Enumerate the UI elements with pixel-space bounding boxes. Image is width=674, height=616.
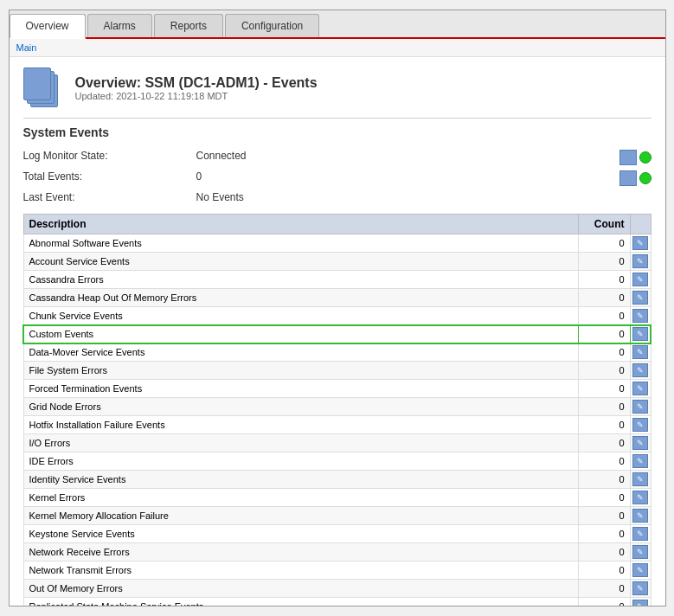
tab-reports[interactable]: Reports [154,14,223,37]
page-layer-3 [23,67,51,100]
edit-icon[interactable]: ✎ [632,273,648,286]
breadcrumb-link[interactable]: Main [16,42,37,53]
event-count: 0 [578,489,630,507]
total-events-icons [619,169,652,188]
edit-icon[interactable]: ✎ [632,472,648,486]
event-count: 0 [578,307,630,325]
edit-icon[interactable]: ✎ [632,581,648,595]
event-count: 0 [578,471,630,489]
table-row: Cassandra Errors0✎ [23,271,651,289]
edit-icon[interactable]: ✎ [632,527,648,541]
edit-cell: ✎ [630,307,651,325]
event-description: Hotfix Installation Failure Events [23,416,578,434]
event-count: 0 [578,416,630,434]
edit-icon[interactable]: ✎ [632,491,648,504]
total-events-label: Total Events: [23,169,196,188]
events-table: Description Count Abnormal Software Even… [23,214,652,606]
table-row: Network Transmit Errors0✎ [23,561,651,580]
tab-alarms[interactable]: Alarms [87,14,152,37]
table-row: Identity Service Events0✎ [23,471,651,489]
edit-cell: ✎ [630,471,651,489]
event-count: 0 [578,234,630,253]
edit-cell: ✎ [630,362,651,380]
event-description: File System Errors [23,362,578,380]
edit-icon[interactable]: ✎ [632,418,648,432]
edit-icon[interactable]: ✎ [632,545,648,559]
event-description: Replicated State Machine Service Events [23,598,578,606]
event-count: 0 [578,380,630,398]
table-row: Custom Events0✎ [23,325,651,343]
table-row: Cassandra Heap Out Of Memory Errors0✎ [23,289,651,307]
log-monitor-icons [619,148,652,167]
log-monitor-icon-box [619,150,637,165]
edit-cell: ✎ [630,416,651,434]
edit-icon[interactable]: ✎ [632,563,648,577]
last-event-icons-placeholder [619,189,652,205]
edit-cell: ✎ [630,380,651,398]
event-description: Data-Mover Service Events [23,343,578,362]
edit-icon[interactable]: ✎ [632,291,648,305]
table-row: Network Receive Errors0✎ [23,543,651,561]
table-row: Chunk Service Events0✎ [23,307,651,325]
table-row: Hotfix Installation Failure Events0✎ [23,416,651,434]
table-row: Forced Termination Events0✎ [23,380,651,398]
event-count: 0 [578,325,630,343]
tab-overview[interactable]: Overview [10,14,86,39]
edit-icon[interactable]: ✎ [632,600,648,606]
event-count: 0 [578,289,630,307]
edit-icon[interactable]: ✎ [632,400,648,414]
edit-icon[interactable]: ✎ [632,454,648,468]
event-count: 0 [578,398,630,416]
edit-icon[interactable]: ✎ [632,327,648,341]
event-count: 0 [578,507,630,525]
edit-icon[interactable]: ✎ [632,254,648,268]
event-description: IDE Errors [23,452,578,471]
event-description: I/O Errors [23,434,578,452]
edit-cell: ✎ [630,507,651,525]
tab-configuration[interactable]: Configuration [225,14,319,37]
edit-icon[interactable]: ✎ [632,436,648,450]
page-subtitle: Updated: 2021-10-22 11:19:18 MDT [75,91,318,101]
edit-icon[interactable]: ✎ [632,345,648,359]
edit-cell: ✎ [630,234,651,253]
event-count: 0 [578,561,630,580]
log-monitor-status-indicator [639,151,652,164]
event-description: Cassandra Heap Out Of Memory Errors [23,289,578,307]
edit-icon[interactable]: ✎ [632,382,648,395]
edit-icon[interactable]: ✎ [632,236,648,250]
page-title: Overview: SSM (DC1-ADM1) - Events [75,75,318,91]
edit-icon[interactable]: ✎ [632,509,648,523]
event-description: Out Of Memory Errors [23,580,578,598]
col-description: Description [23,215,578,234]
edit-cell: ✎ [630,580,651,598]
edit-icon[interactable]: ✎ [632,309,648,323]
total-events-icon-box [619,170,637,186]
table-row: Kernel Memory Allocation Failure0✎ [23,507,651,525]
edit-cell: ✎ [630,525,651,543]
event-description: Kernel Errors [23,489,578,507]
event-description: Chunk Service Events [23,307,578,325]
edit-cell: ✎ [630,452,651,471]
event-count: 0 [578,598,630,606]
total-events-status-indicator [639,172,652,184]
event-count: 0 [578,525,630,543]
table-row: Account Service Events0✎ [23,253,651,271]
event-count: 0 [578,452,630,471]
content-area: Overview: SSM (DC1-ADM1) - Events Update… [10,57,665,606]
page-header: Overview: SSM (DC1-ADM1) - Events Update… [23,67,652,119]
table-row: Keystone Service Events0✎ [23,525,651,543]
status-grid: Log Monitor State: Connected Total Event… [23,148,652,205]
table-row: Grid Node Errors0✎ [23,398,651,416]
table-row: Replicated State Machine Service Events0… [23,598,651,606]
col-edit [630,215,651,234]
edit-cell: ✎ [630,561,651,580]
edit-cell: ✎ [630,343,651,362]
edit-icon[interactable]: ✎ [632,363,648,377]
section-title: System Events [23,125,652,139]
table-row: Kernel Errors0✎ [23,489,651,507]
edit-cell: ✎ [630,598,651,606]
edit-cell: ✎ [630,253,651,271]
table-row: I/O Errors0✎ [23,434,651,452]
edit-cell: ✎ [630,271,651,289]
last-event-value: No Events [196,189,619,205]
